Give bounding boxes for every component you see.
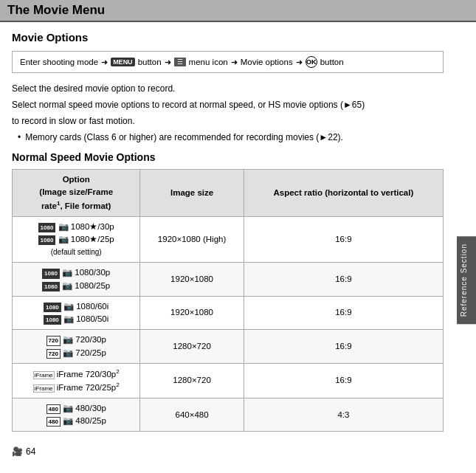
desc-text-1: Select the desired movie option to recor…: [12, 82, 444, 95]
icon-camera-8: 📷: [63, 348, 73, 357]
nav-hint-text-3: menu icon: [189, 58, 228, 66]
option-cell-5: iFrame iFrame 720/30p2 iFrame iFrame 720…: [13, 363, 140, 398]
aspect-cell-1: 16:9: [244, 216, 443, 263]
nav-hint-box: Enter shooting mode ➜ MENU button ➜ ☰ me…: [12, 51, 444, 73]
arrow-icon-2: ➜: [165, 58, 171, 67]
aspect-cell-3: 16:9: [244, 296, 443, 330]
table-header-row: Option(Image size/Framerate1, File forma…: [13, 170, 444, 217]
ok-button-icon: OK: [306, 56, 317, 68]
menu-icon-symbol: ☰: [174, 58, 186, 66]
desc-text-2: Select normal speed movie options to rec…: [12, 98, 444, 111]
table-row: 480 📷 480/30p 480 📷 480/25p 640×480 4:3: [13, 398, 444, 432]
col-header-option: Option(Image size/Framerate1, File forma…: [13, 170, 140, 217]
badge-1080-3: 1080: [42, 269, 60, 278]
icon-camera-3: 📷: [62, 268, 72, 277]
badge-720-1: 720: [46, 336, 61, 345]
options-table: Option(Image size/Framerate1, File forma…: [12, 169, 444, 432]
table-row: 720 📷 720/30p 720 📷 720/25p 1280×720 16:…: [13, 330, 444, 364]
icon-camera-5: 📷: [63, 302, 74, 311]
image-size-cell-3: 1920×1080: [140, 296, 244, 330]
iframe-icon-1: iFrame: [33, 371, 55, 379]
image-size-cell-1: 1920×1080 (High): [140, 216, 244, 263]
badge-1080-2: 1080: [38, 235, 56, 245]
col-header-image-size: Image size: [140, 170, 244, 217]
image-size-cell-6: 640×480: [140, 398, 244, 432]
icon-camera-10: 📷: [63, 416, 73, 425]
nav-hint-text: Enter shooting mode: [20, 58, 98, 66]
icon-camera-9: 📷: [63, 404, 73, 412]
image-size-cell-2: 1920×1080: [140, 263, 244, 297]
badge-480-1: 480: [46, 404, 61, 414]
table-row: 1080 📷 1080/30p 1080 📷 1080/25p 1920×108…: [13, 263, 444, 297]
arrow-icon-4: ➜: [296, 58, 303, 67]
icon-camera-2: 📷: [58, 235, 69, 244]
bullet-item-1: • Memory cards (Class 6 or higher) are r…: [18, 131, 444, 144]
badge-720-2: 720: [46, 349, 61, 359]
option-cell-6: 480 📷 480/30p 480 📷 480/25p: [13, 398, 140, 432]
arrow-icon-3: ➜: [231, 58, 238, 67]
section-title: Movie Options: [12, 31, 444, 44]
badge-1080-6: 1080: [44, 315, 61, 325]
sub-section-title: Normal Speed Movie Options: [12, 151, 444, 163]
col-header-aspect: Aspect ratio (horizontal to vertical): [244, 170, 443, 217]
table-row: 1080 📷 1080/60i 1080 📷 1080/50i 1920×108…: [13, 296, 444, 330]
icon-camera-7: 📷: [63, 335, 73, 344]
page-header: The Movie Menu: [0, 0, 476, 22]
page-footer: 🎥 64: [0, 441, 476, 463]
table-row: iFrame iFrame 720/30p2 iFrame iFrame 720…: [13, 363, 444, 398]
desc-text-3: to record in slow or fast motion.: [12, 114, 444, 128]
page-title: The Movie Menu: [7, 3, 105, 18]
icon-camera-1: 📷: [58, 222, 69, 231]
nav-hint-text-4: Movie options: [241, 58, 293, 66]
image-size-cell-5: 1280×720: [140, 363, 244, 398]
side-tab-label: Reference Section: [460, 244, 468, 317]
nav-hint-text-5: button: [320, 58, 344, 66]
main-content: Movie Options Enter shooting mode ➜ MENU…: [0, 22, 455, 441]
icon-camera-4: 📷: [62, 281, 72, 290]
option-cell-4: 720 📷 720/30p 720 📷 720/25p: [13, 330, 140, 364]
option-cell-1: 1080 📷 1080★/30p 1080 📷 1080★/25p (defau…: [13, 216, 140, 263]
image-size-cell-4: 1280×720: [140, 330, 244, 364]
table-row: 1080 📷 1080★/30p 1080 📷 1080★/25p (defau…: [13, 216, 444, 263]
bullet-dot: •: [18, 131, 21, 144]
badge-1080-4: 1080: [42, 282, 60, 291]
menu-button-icon: MENU: [111, 58, 135, 66]
nav-hint-text-2: button: [138, 58, 162, 66]
side-tab: Reference Section: [457, 236, 476, 324]
badge-480-2: 480: [46, 417, 61, 427]
aspect-cell-5: 16:9: [244, 363, 443, 398]
footer-icon: 🎥: [12, 446, 23, 457]
aspect-cell-2: 16:9: [244, 263, 443, 297]
icon-camera-6: 📷: [63, 314, 74, 323]
aspect-cell-4: 16:9: [244, 330, 443, 364]
aspect-cell-6: 4:3: [244, 398, 443, 432]
arrow-icon-1: ➜: [101, 58, 108, 67]
badge-1080-1: 1080: [38, 223, 56, 232]
iframe-icon-2: iFrame: [33, 384, 55, 393]
option-cell-2: 1080 📷 1080/30p 1080 📷 1080/25p: [13, 263, 140, 297]
page-number: 64: [26, 446, 35, 457]
badge-1080-5: 1080: [44, 303, 61, 312]
bullet-text: Memory cards (Class 6 or higher) are rec…: [25, 131, 343, 144]
option-cell-3: 1080 📷 1080/60i 1080 📷 1080/50i: [13, 296, 140, 330]
